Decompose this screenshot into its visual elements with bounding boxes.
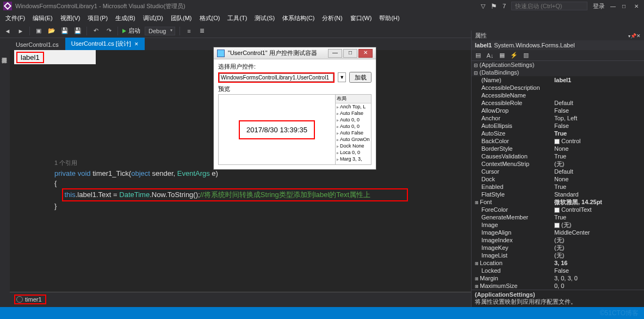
menu-tools[interactable]: 工具(T)	[224, 13, 250, 23]
align-icon[interactable]: ≡	[184, 27, 193, 35]
menu-test[interactable]: 测试(S)	[251, 13, 278, 23]
property-row[interactable]: ImageIndex(无)	[472, 236, 644, 244]
property-row[interactable]: Location3, 16	[472, 259, 644, 267]
codelens-ref[interactable]: 1 个引用	[54, 158, 466, 168]
picker-dropdown-icon[interactable]: ▼	[338, 72, 346, 82]
property-row[interactable]: ForeColorControlText	[472, 206, 644, 213]
property-row[interactable]: ImageKey(无)	[472, 244, 644, 251]
window-close-icon[interactable]	[634, 3, 641, 9]
preview-prop-row: Auto False	[336, 130, 371, 136]
alphabetical-icon[interactable]: A↓	[486, 51, 494, 60]
property-row[interactable]: DockNone	[472, 175, 644, 183]
property-row[interactable]: MaximumSize0, 0	[472, 282, 644, 290]
property-row[interactable]: ImageAlignMiddleCenter	[472, 229, 644, 236]
property-row[interactable]: BackColorControl	[472, 137, 644, 145]
menu-help[interactable]: 帮助(H)	[376, 13, 403, 23]
property-row[interactable]: AllowDropFalse	[472, 107, 644, 114]
undo-icon[interactable]: ↶	[91, 27, 100, 35]
control-picker-input[interactable]	[219, 73, 333, 82]
menu-team[interactable]: 团队(M)	[168, 13, 195, 23]
property-row[interactable]: BorderStyleNone	[472, 145, 644, 152]
property-grid[interactable]: (ApplicationSettings)(DataBindings)(Name…	[472, 61, 644, 290]
property-row[interactable]: (Name)label1	[472, 76, 644, 84]
properties-object-combo[interactable]: label1 System.Windows.Forms.Label	[472, 40, 644, 50]
menu-project[interactable]: 项目(P)	[84, 13, 111, 23]
align-icon-2[interactable]: ≣	[197, 27, 206, 35]
tab-usercontrol-design[interactable]: UserControl1.cs [设计]✕	[65, 38, 145, 50]
property-row[interactable]: ContextMenuStrip(无)	[472, 160, 644, 168]
window-max-icon[interactable]	[622, 3, 629, 9]
property-row[interactable]: Image(无)	[472, 221, 644, 229]
nav-back-icon[interactable]: ◄	[3, 27, 12, 35]
menu-file[interactable]: 文件(F)	[2, 13, 28, 23]
load-button[interactable]: 加载	[349, 72, 371, 83]
panel-close-icon[interactable]	[636, 32, 641, 39]
dialog-titlebar[interactable]: "UserControl1" 用户控件测试容器 — □ ✕	[214, 47, 376, 59]
save-all-icon[interactable]: 💾	[73, 27, 82, 35]
menu-window[interactable]: 窗口(W)	[347, 13, 375, 23]
categorized-icon[interactable]: ▤	[474, 51, 482, 60]
property-category[interactable]: (ApplicationSettings)	[472, 61, 644, 69]
property-row[interactable]: CursorDefault	[472, 168, 644, 175]
workspace: 服务器资源管理器 label1 "UserControl1" 用户控件测试容器 …	[0, 50, 471, 307]
menu-debug[interactable]: 调试(D)	[140, 13, 166, 23]
property-row[interactable]: AutoEllipsisFalse	[472, 122, 644, 130]
property-row[interactable]: AccessibleRoleDefault	[472, 99, 644, 107]
properties-icon[interactable]: ▦	[498, 51, 506, 60]
open-file-icon[interactable]: 📂	[47, 27, 56, 35]
events-icon[interactable]: ⚡	[510, 51, 518, 60]
preview-propgrid[interactable]: 布局 Anch Top, L Auto False Auto 0, 0 Auto…	[335, 95, 371, 164]
menu-edit[interactable]: 编辑(E)	[29, 13, 56, 23]
property-row[interactable]: EnabledTrue	[472, 183, 644, 191]
property-category[interactable]: (DataBindings)	[472, 69, 644, 76]
tab-close-icon[interactable]: ✕	[134, 41, 139, 47]
menu-analyze[interactable]: 分析(N)	[319, 13, 345, 23]
tab-usercontrol-cs[interactable]: UserControl1.cs	[10, 39, 65, 50]
flag-icon[interactable]	[491, 2, 497, 10]
code-brace: {	[54, 179, 466, 188]
test-container-dialog: "UserControl1" 用户控件测试容器 — □ ✕ 选择用户控件: ▼ …	[213, 47, 376, 170]
dialog-close-icon[interactable]: ✕	[358, 49, 373, 58]
property-row[interactable]: Font微软雅黑, 14.25pt	[472, 198, 644, 206]
dialog-max-icon[interactable]: □	[343, 49, 357, 58]
status-bar	[0, 307, 644, 319]
menu-build[interactable]: 生成(B)	[112, 13, 139, 23]
server-explorer-tab[interactable]: 服务器资源管理器	[0, 50, 10, 307]
property-description: (ApplicationSettings) 将属性设置映射到应用程序配置文件。	[472, 290, 644, 307]
property-row[interactable]: AccessibleDescription	[472, 84, 644, 91]
menu-view[interactable]: 视图(V)	[57, 13, 84, 23]
usercontrol-surface[interactable]: label1	[14, 50, 96, 64]
property-row[interactable]: AccessibleName	[472, 91, 644, 99]
property-row[interactable]: AutoSizeTrue	[472, 130, 644, 137]
preview-prop-row: Auto False	[336, 110, 371, 116]
label1-control[interactable]: label1	[16, 52, 44, 63]
quick-launch-input[interactable]	[511, 2, 587, 10]
notification-icon[interactable]	[481, 3, 485, 10]
dialog-min-icon[interactable]: —	[328, 49, 342, 58]
redo-icon[interactable]: ↷	[104, 27, 113, 35]
window-min-icon[interactable]	[610, 3, 617, 9]
property-row[interactable]: ImageList(无)	[472, 251, 644, 259]
start-debug-button[interactable]: 启动	[122, 27, 140, 35]
timer1-component[interactable]: timer1	[14, 295, 46, 304]
component-tray: timer1	[10, 292, 471, 307]
menu-arch[interactable]: 体系结构(C)	[279, 13, 318, 23]
properties-header[interactable]: 属性	[472, 30, 644, 40]
property-row[interactable]: GenerateMemberTrue	[472, 213, 644, 221]
property-pages-icon[interactable]: ▥	[522, 51, 530, 60]
save-icon[interactable]: 💾	[60, 27, 69, 35]
preview-prop-row: Anch Top, L	[336, 103, 371, 110]
login-link[interactable]: 登录	[593, 2, 605, 10]
code-editor[interactable]: 1 个引用 private void timer1_Tick(object se…	[54, 158, 466, 211]
property-row[interactable]: CausesValidationTrue	[472, 152, 644, 160]
property-row[interactable]: AnchorTop, Left	[472, 114, 644, 122]
menu-format[interactable]: 格式(O)	[196, 13, 224, 23]
design-canvas: label1 "UserControl1" 用户控件测试容器 — □ ✕ 选择用…	[10, 50, 471, 159]
new-project-icon[interactable]: ▣	[34, 27, 43, 35]
property-row[interactable]: Margin3, 0, 3, 0	[472, 274, 644, 282]
property-row[interactable]: LockedFalse	[472, 267, 644, 274]
nav-fwd-icon[interactable]: ►	[16, 27, 25, 35]
config-combo[interactable]: Debug	[145, 27, 175, 35]
property-row[interactable]: FlatStyleStandard	[472, 191, 644, 198]
panel-pin-icon[interactable]	[630, 32, 636, 39]
